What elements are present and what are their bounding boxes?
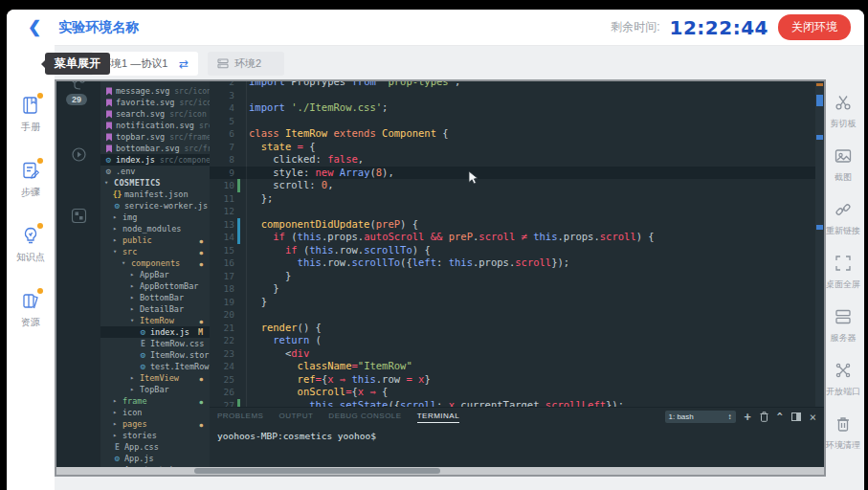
- code-text: <div: [246, 347, 309, 361]
- toolbar-item-scissors[interactable]: 剪切板: [822, 91, 864, 130]
- panel-tab-problems[interactable]: PROBLEMS: [217, 412, 263, 423]
- code-line-18[interactable]: 18 }: [210, 282, 815, 296]
- file-tree-item[interactable]: ▸frame●: [100, 395, 210, 407]
- file-tree-item[interactable]: ▸ItemView●: [100, 372, 210, 384]
- file-tree-item[interactable]: ⚙App.js: [100, 453, 210, 464]
- tab-environment-2[interactable]: 环境2: [208, 52, 284, 76]
- hscrollbar-thumb[interactable]: [194, 468, 440, 474]
- file-tree-item[interactable]: EApp.css: [100, 441, 210, 453]
- terminal-kill-button[interactable]: [760, 412, 768, 422]
- file-tree-item[interactable]: {}manifest.json: [100, 189, 210, 200]
- file-tree-item[interactable]: ▸img: [100, 212, 210, 223]
- toolbar-item-cleanup[interactable]: 环境清理: [822, 412, 864, 452]
- code-line-16[interactable]: 16 this.row.scrollTo({left: this.props.s…: [210, 256, 815, 270]
- file-tree-item[interactable]: ⚙index.jsM: [100, 326, 210, 338]
- file-tree-item[interactable]: favorite.svgsrc/icon: [100, 97, 210, 108]
- tree-section-cosmetics[interactable]: ▾COSMETICS: [100, 177, 210, 189]
- panel-tab-output[interactable]: OUTPUT: [278, 412, 313, 423]
- file-tree-item[interactable]: ▾src●: [100, 246, 210, 257]
- file-tree-item[interactable]: ▸stories: [100, 430, 210, 441]
- toolbar-item-server[interactable]: 服务器: [822, 305, 864, 345]
- code-line-25[interactable]: 25 ref={x ⇒ this.row = x}: [210, 373, 815, 387]
- sidebar-item-book[interactable]: 手册: [7, 94, 55, 134]
- code-line-26[interactable]: 26 onScroll={x ⇒ {: [210, 386, 815, 399]
- close-environment-button[interactable]: 关闭环境: [778, 14, 851, 40]
- code-line-21[interactable]: 21 render() {: [210, 322, 815, 335]
- terminal-split-button[interactable]: [791, 412, 801, 421]
- code-line-8[interactable]: 8 clicked: false,: [210, 153, 815, 167]
- file-tree-item[interactable]: message.svgsrc/icon: [100, 85, 210, 97]
- file-tree-item[interactable]: EItemRow.css: [100, 338, 210, 349]
- file-tree-item[interactable]: ⚙test.ItemRow.js: [100, 361, 210, 372]
- code-line-24[interactable]: 24 className="ItemRow": [210, 360, 815, 373]
- file-tree-item[interactable]: ⚙index.jssrc/components…M: [100, 154, 210, 166]
- git-gutter-mark: [237, 179, 240, 192]
- sidebar-item-bulb[interactable]: 知识点: [7, 224, 55, 264]
- file-tree-item[interactable]: ▸pages●: [100, 418, 210, 430]
- code-line-22[interactable]: 22 return (: [210, 334, 815, 347]
- file-tree-item[interactable]: topbar.svgsrc/frame: [100, 131, 210, 143]
- file-tree-item[interactable]: ▸node_modules: [100, 223, 210, 234]
- rail-item-label: 截图: [835, 171, 852, 184]
- file-tree-item[interactable]: bottombar.svgsrc/frame: [100, 143, 210, 154]
- code-line-27[interactable]: 27 this.setState({scroll: x.currentTarge…: [210, 399, 815, 408]
- notification-dot: [37, 223, 43, 229]
- swap-protocol-icon[interactable]: ⇄: [179, 57, 189, 71]
- sidebar-item-box[interactable]: 资源: [7, 289, 55, 329]
- file-tree-item[interactable]: ▸icon: [100, 407, 210, 418]
- file-tree-item[interactable]: ▾ItemRow●: [100, 315, 210, 326]
- code-line-3[interactable]: 3: [210, 89, 815, 102]
- file-tree-item[interactable]: ⚙ItemRow.stories.js: [100, 349, 210, 361]
- code-line-19[interactable]: 19 }: [210, 296, 815, 309]
- back-chevron-icon[interactable]: ❮: [28, 19, 41, 35]
- code-line-14[interactable]: 14 if (this.props.autoScroll && preP.scr…: [210, 231, 815, 244]
- file-tree-item[interactable]: search.svgsrc/icon: [100, 108, 210, 120]
- gutter-spacer: [237, 373, 240, 387]
- debug-icon[interactable]: [56, 146, 100, 163]
- terminal-maximize-button[interactable]: ^: [777, 412, 783, 422]
- file-tree-item[interactable]: ▸DetailBar: [100, 303, 210, 315]
- tree-arrow-icon: ▸: [130, 294, 137, 301]
- source-control-icon[interactable]: [56, 81, 100, 93]
- code-line-6[interactable]: 6class ItemRow extends Component {: [210, 127, 815, 141]
- code-line-11[interactable]: 11 };: [210, 192, 815, 206]
- code-line-20[interactable]: 20: [210, 308, 815, 322]
- file-tree-item[interactable]: ▸BottomBar: [100, 292, 210, 303]
- code-line-23[interactable]: 23 <div: [210, 347, 815, 361]
- file-tree-item[interactable]: ⚙service-worker.js: [100, 200, 210, 212]
- code-line-12[interactable]: 12: [210, 205, 815, 218]
- file-tree-item[interactable]: ▸AppBar: [100, 269, 210, 280]
- code-line-13[interactable]: 13 componentDidUpdate(preP) {: [210, 218, 815, 232]
- code-line-10[interactable]: 10 scroll: 0,: [210, 179, 815, 192]
- panel-tab-terminal[interactable]: TERMINAL: [417, 412, 459, 423]
- code-line-5[interactable]: 5: [210, 115, 815, 128]
- file-tree-item[interactable]: ▸public●: [100, 234, 210, 246]
- file-tree-item[interactable]: ▸TopBar: [100, 384, 210, 395]
- code-line-7[interactable]: 7 state = {: [210, 141, 815, 154]
- code-line-9[interactable]: 9 style: new Array(8),: [210, 167, 815, 180]
- terminal-shell-select[interactable]: 1: bash ↕: [665, 411, 736, 423]
- terminal-new-button[interactable]: +: [745, 412, 751, 423]
- file-tree-item[interactable]: ▸AppBottomBar: [100, 280, 210, 292]
- file-tree-item[interactable]: ⚙.env: [100, 166, 210, 177]
- toolbar-item-link[interactable]: 重新链接: [822, 198, 864, 237]
- file-name: frame: [122, 396, 147, 406]
- code-line-15[interactable]: 15 if (this.row.scrollTo) {: [210, 244, 815, 257]
- code-line-4[interactable]: 4import './ItemRow.css';: [210, 101, 815, 115]
- toolbar-item-fullscreen[interactable]: 桌面全屏: [822, 252, 864, 291]
- file-tree-item[interactable]: ▾components●: [100, 257, 210, 269]
- file-tree-item[interactable]: notification.svgsrc/icon: [100, 120, 210, 131]
- toolbar-item-screenshot[interactable]: 截图: [822, 145, 864, 184]
- code-editor[interactable]: 2import PropTypes from 'prop-types';3 4i…: [210, 81, 824, 407]
- panel-tab-debug-console[interactable]: DEBUG CONSOLE: [328, 412, 401, 423]
- gutter-spacer: [237, 360, 240, 373]
- extensions-icon[interactable]: [56, 208, 100, 224]
- code-line-2[interactable]: 2import PropTypes from 'prop-types';: [210, 81, 815, 89]
- code-text: render() {: [246, 322, 322, 335]
- editor-hscrollbar[interactable]: [56, 467, 824, 475]
- toolbar-item-ports[interactable]: 开放端口: [822, 359, 864, 398]
- code-line-17[interactable]: 17 }: [210, 270, 815, 283]
- environment-tabstrip: 环境1 —协议1 ⇄ 环境2 菜单展开: [7, 46, 864, 80]
- terminal-close-button[interactable]: ×: [810, 412, 816, 423]
- sidebar-item-steps[interactable]: 步骤: [7, 159, 55, 199]
